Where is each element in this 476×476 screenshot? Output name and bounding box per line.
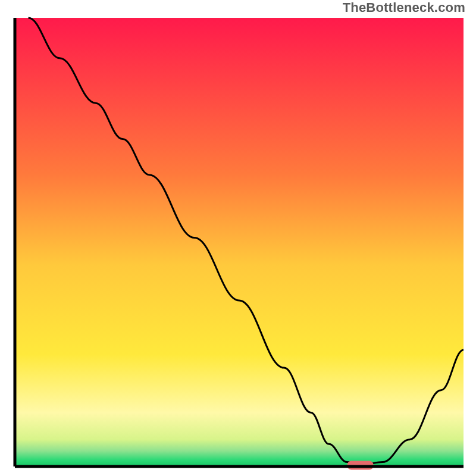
bottleneck-chart [0,0,476,476]
chart-container: TheBottleneck.com [0,0,476,476]
plot-background [15,18,464,466]
